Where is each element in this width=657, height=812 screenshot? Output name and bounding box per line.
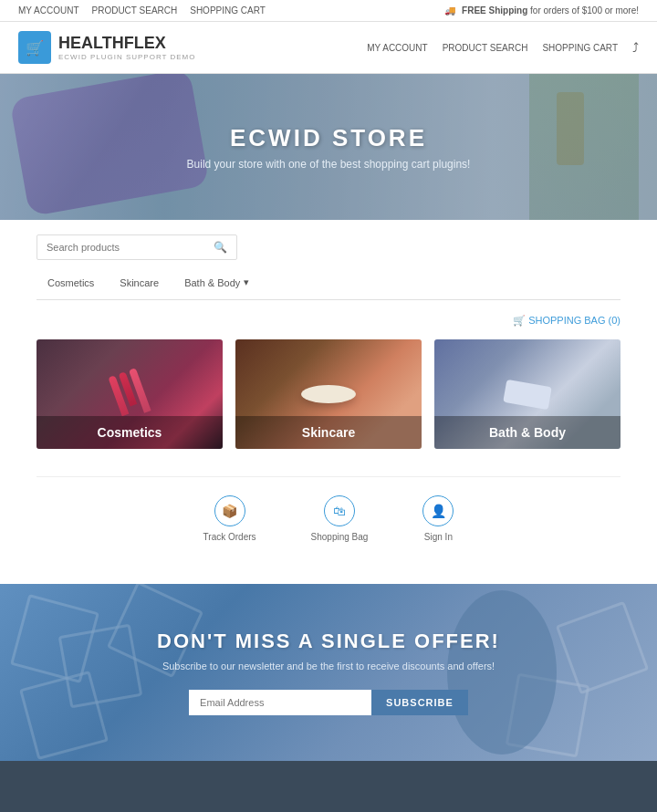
- soap-bar: [503, 379, 552, 409]
- logo[interactable]: 🛒 HEALTHFLEX ECWID PLUGIN SUPPORT DEMO: [18, 31, 196, 64]
- sign-in-icon: 👤: [422, 495, 454, 526]
- hero-title: ECWID STORE: [187, 124, 471, 152]
- product-card-cosmetics[interactable]: Cosmetics: [36, 339, 223, 449]
- header: 🛒 HEALTHFLEX ECWID PLUGIN SUPPORT DEMO M…: [0, 22, 657, 74]
- header-nav: MY ACCOUNT PRODUCT SEARCH SHOPPING CART …: [367, 40, 639, 55]
- tab-bath-body[interactable]: Bath & Body ▾: [173, 273, 260, 292]
- tab-cosmetics[interactable]: Cosmetics: [36, 274, 105, 292]
- tab-skincare[interactable]: Skincare: [109, 274, 170, 292]
- newsletter-subtitle: Subscribe to our newsletter and be the f…: [18, 661, 639, 671]
- hero-subtitle: Build your store with one of the best sh…: [187, 158, 471, 171]
- subscribe-button[interactable]: SUBSCRIBE: [371, 690, 468, 715]
- search-bar[interactable]: 🔍: [36, 234, 237, 260]
- logo-sub: ECWID PLUGIN SUPPORT DEMO: [58, 53, 196, 61]
- newsletter-form: SUBSCRIBE: [18, 690, 639, 715]
- bathbody-label: Bath & Body: [434, 416, 620, 449]
- store-section: 🔍 Cosmetics Skincare Bath & Body ▾ 🛒 SHO…: [0, 220, 657, 584]
- shopping-bag-label: Shopping Bag: [311, 532, 369, 542]
- search-icon: 🔍: [214, 241, 227, 254]
- category-tabs: Cosmetics Skincare Bath & Body ▾: [36, 273, 620, 300]
- action-shopping-bag[interactable]: 🛍 Shopping Bag: [311, 495, 369, 542]
- newsletter-title: DON'T MISS A SINGLE OFFER!: [18, 630, 639, 653]
- email-input[interactable]: [189, 690, 371, 715]
- cosmetics-label: Cosmetics: [36, 416, 223, 449]
- cream-jar: [301, 385, 356, 403]
- topbar-product-search[interactable]: PRODUCT SEARCH: [92, 5, 178, 16]
- search-input[interactable]: [47, 242, 214, 253]
- top-bar-left-links: MY ACCOUNT PRODUCT SEARCH SHOPPING CART: [18, 5, 266, 16]
- header-shopping-cart[interactable]: SHOPPING CART: [542, 43, 618, 53]
- action-track-orders[interactable]: 📦 Track Orders: [203, 495, 256, 542]
- logo-flex: FLEX: [124, 34, 166, 52]
- shipping-detail: for orders of $100 or more!: [530, 5, 639, 16]
- hero-content: ECWID STORE Build your store with one of…: [187, 124, 471, 171]
- action-sign-in[interactable]: 👤 Sign In: [422, 495, 454, 542]
- logo-health: HEALTH: [58, 34, 124, 52]
- shopping-bag-icon: 🛍: [324, 495, 355, 526]
- newsletter-section: DON'T MISS A SINGLE OFFER! Subscribe to …: [0, 584, 657, 761]
- logo-name: HEALTHFLEX: [58, 34, 196, 53]
- top-bar: MY ACCOUNT PRODUCT SEARCH SHOPPING CART …: [0, 0, 657, 22]
- shopping-bag-bar: 🛒 SHOPPING BAG (0): [36, 315, 620, 327]
- sign-in-label: Sign In: [424, 532, 453, 542]
- logo-text: HEALTHFLEX ECWID PLUGIN SUPPORT DEMO: [58, 34, 196, 61]
- truck-icon: 🚚: [444, 5, 455, 16]
- newsletter-content: DON'T MISS A SINGLE OFFER! Subscribe to …: [18, 630, 639, 715]
- track-orders-icon: 📦: [214, 495, 245, 526]
- hero-section: ECWID STORE Build your store with one of…: [0, 74, 657, 220]
- top-bar-right: 🚚 FREE Shipping for orders of $100 or mo…: [444, 5, 639, 16]
- header-my-account[interactable]: MY ACCOUNT: [367, 43, 428, 53]
- free-shipping-label: FREE Shipping: [462, 5, 527, 16]
- product-grid: Cosmetics Skincare Bath & Body: [36, 339, 620, 449]
- logo-icon: 🛒: [18, 31, 51, 64]
- header-product-search[interactable]: PRODUCT SEARCH: [443, 43, 528, 53]
- product-card-skincare[interactable]: Skincare: [235, 339, 422, 449]
- share-icon[interactable]: ⤴: [632, 40, 639, 55]
- action-icons: 📦 Track Orders 🛍 Shopping Bag 👤 Sign In: [36, 476, 620, 569]
- topbar-my-account[interactable]: MY ACCOUNT: [18, 5, 79, 16]
- topbar-shopping-cart[interactable]: SHOPPING CART: [190, 5, 266, 16]
- track-orders-label: Track Orders: [203, 532, 256, 542]
- chevron-down-icon: ▾: [244, 276, 249, 288]
- dark-footer: [0, 761, 657, 812]
- skincare-label: Skincare: [235, 416, 422, 449]
- product-card-bathbody[interactable]: Bath & Body: [434, 339, 620, 449]
- shopping-bag-button[interactable]: 🛒 SHOPPING BAG (0): [513, 315, 620, 326]
- lipstick-group: [108, 368, 151, 421]
